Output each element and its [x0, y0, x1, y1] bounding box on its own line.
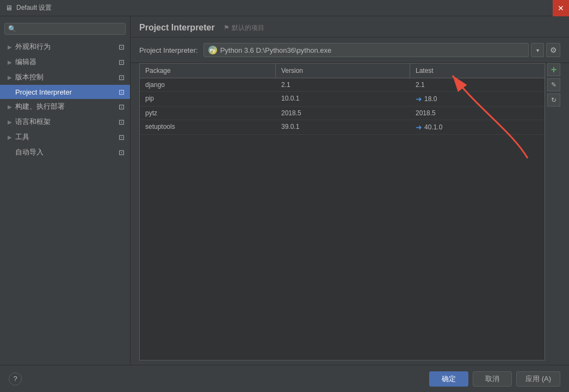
sidebar-item-lang[interactable]: ▶ 语言和框架 ⊡	[0, 114, 130, 129]
table-row[interactable]: setuptools 39.0.1 ➜ 40.1.0	[140, 120, 545, 135]
sidebar-item-appearance[interactable]: ▶ 外观和行为 ⊡	[0, 39, 130, 54]
help-button[interactable]: ?	[9, 372, 22, 385]
arrow-icon: ▶	[7, 119, 13, 125]
cell-package: pytz	[140, 107, 276, 120]
close-button[interactable]: ✕	[553, 0, 569, 16]
sidebar-item-label: 外观和行为	[15, 42, 51, 52]
confirm-button[interactable]: 确定	[429, 371, 468, 387]
settings-icon: ⊡	[117, 117, 126, 126]
col-version: Version	[276, 64, 410, 78]
content-area: Project Interpreter ⚑ 默认的项目 Project Inte…	[131, 16, 569, 365]
table-row[interactable]: pip 10.0.1 ➜ 18.0	[140, 92, 545, 107]
latest-value: 18.0	[424, 95, 437, 103]
sidebar-item-label: 版本控制	[15, 72, 44, 82]
sidebar-item-tools[interactable]: ▶ 工具 ⊡	[0, 129, 130, 145]
cell-latest: ➜ 40.1.0	[410, 120, 545, 134]
search-input[interactable]	[18, 25, 122, 33]
bottom-bar-left: ?	[9, 372, 425, 385]
cell-package: setuptools	[140, 120, 276, 134]
interpreter-select[interactable]: Py Python 3.6 D:\Python36\python.exe	[203, 43, 529, 57]
sidebar-item-build[interactable]: ▶ 构建、执行部署 ⊡	[0, 99, 130, 114]
cell-version: 2.1	[276, 78, 410, 91]
tab-icon: ⚑	[224, 24, 230, 32]
settings-icon: ⊡	[117, 148, 126, 157]
python-icon: Py	[208, 46, 217, 54]
packages-container: Package Version Latest django 2.1 2.1 pi…	[139, 63, 560, 360]
refresh-button[interactable]: ↻	[547, 94, 560, 107]
settings-icon: ⊡	[117, 58, 126, 66]
col-package: Package	[140, 64, 276, 78]
search-icon: 🔍	[8, 25, 16, 33]
bottom-bar: ? 确定 取消 应用 (A)	[0, 365, 569, 392]
cell-package: django	[140, 78, 276, 91]
settings-icon: ⊡	[117, 42, 126, 51]
add-package-button[interactable]: +	[547, 63, 560, 76]
sidebar-item-label: 编辑器	[15, 57, 36, 67]
cell-latest: 2.1	[410, 78, 545, 91]
table-row[interactable]: django 2.1 2.1	[140, 78, 545, 92]
sidebar-item-project-interpreter[interactable]: ▶ Project Interpreter ⊡	[0, 85, 130, 99]
packages-table: Package Version Latest django 2.1 2.1 pi…	[139, 63, 545, 360]
interpreter-row: Project Interpreter: Py Python 3.6 D:\Py…	[131, 38, 569, 63]
cell-latest: ➜ 18.0	[410, 92, 545, 106]
arrow-icon: ▶	[7, 43, 13, 50]
settings-icon: ⊡	[117, 88, 126, 96]
arrow-icon: ▶	[7, 74, 13, 80]
tab-default-project[interactable]: ⚑ 默认的项目	[224, 23, 264, 33]
sidebar-item-autoimport[interactable]: ▶ 自动导入 ⊡	[0, 145, 130, 160]
interpreter-dropdown-button[interactable]: ▾	[531, 43, 544, 57]
settings-icon: ⊡	[117, 102, 126, 111]
content-header: Project Interpreter ⚑ 默认的项目	[131, 16, 569, 38]
interpreter-label: Project Interpreter:	[139, 46, 198, 54]
sidebar-item-vcs[interactable]: ▶ 版本控制 ⊡	[0, 70, 130, 85]
table-actions: + ✎ ↻	[547, 63, 560, 360]
cell-version: 10.0.1	[276, 92, 410, 106]
main-container: 🔍 ▶ 外观和行为 ⊡ ▶ 编辑器 ⊡ ▶ 版本控制 ⊡ ▶ Project I…	[0, 16, 569, 365]
app-icon: 🖥	[4, 4, 13, 13]
sidebar-item-editor[interactable]: ▶ 编辑器 ⊡	[0, 54, 130, 70]
settings-icon: ⊡	[117, 133, 126, 141]
sidebar: 🔍 ▶ 外观和行为 ⊡ ▶ 编辑器 ⊡ ▶ 版本控制 ⊡ ▶ Project I…	[0, 16, 131, 365]
title-bar-text: Default 设置	[16, 3, 565, 13]
tab-label-text: 默认的项目	[232, 23, 264, 33]
sidebar-item-label: 语言和框架	[15, 117, 51, 127]
arrow-icon: ▶	[7, 103, 13, 110]
cell-version: 2018.5	[276, 107, 410, 120]
latest-value: 40.1.0	[424, 123, 442, 131]
cell-package: pip	[140, 92, 276, 106]
arrow-icon: ▶	[7, 59, 13, 65]
settings-icon: ⊡	[117, 73, 126, 82]
col-latest: Latest	[410, 64, 545, 78]
sidebar-item-label: Project Interpreter	[15, 88, 72, 96]
sidebar-item-label: 自动导入	[15, 147, 44, 157]
table-header: Package Version Latest	[140, 64, 545, 78]
interpreter-gear-button[interactable]: ⚙	[546, 43, 560, 57]
apply-button[interactable]: 应用 (A)	[516, 371, 560, 387]
cell-latest: 2018.5	[410, 107, 545, 120]
table-row[interactable]: pytz 2018.5 2018.5	[140, 107, 545, 120]
cell-version: 39.0.1	[276, 120, 410, 134]
sidebar-item-label: 构建、执行部署	[15, 102, 65, 111]
sidebar-item-label: 工具	[15, 132, 29, 142]
title-bar: 🖥 Default 设置 ✕	[0, 0, 569, 16]
update-arrow-icon: ➜	[416, 123, 422, 132]
cancel-button[interactable]: 取消	[473, 371, 512, 387]
arrow-icon: ▶	[7, 134, 13, 140]
page-title: Project Interpreter	[139, 23, 215, 33]
interpreter-value: Python 3.6 D:\Python36\python.exe	[220, 46, 524, 54]
edit-package-button[interactable]: ✎	[547, 78, 560, 91]
search-box[interactable]: 🔍	[4, 23, 126, 35]
update-arrow-icon: ➜	[416, 95, 422, 103]
